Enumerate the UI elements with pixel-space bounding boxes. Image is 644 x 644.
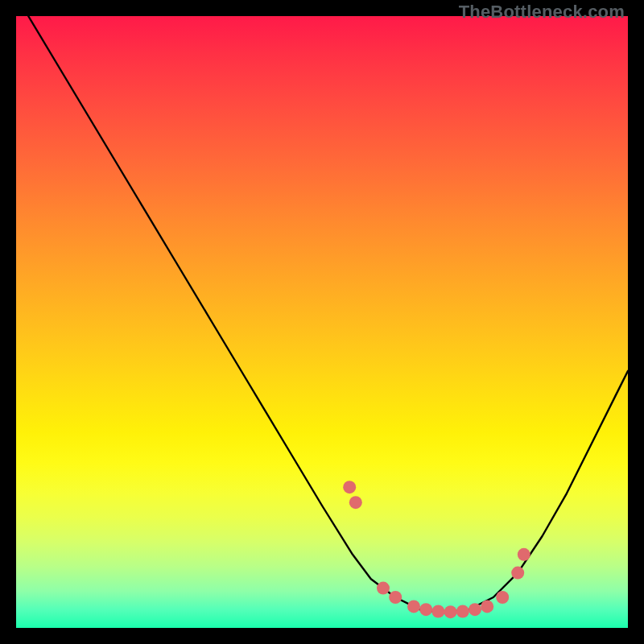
bottleneck-chart — [16, 16, 628, 628]
highlight-dot — [343, 481, 356, 493]
highlight-dot — [518, 548, 530, 561]
highlight-dot — [496, 591, 509, 604]
bottleneck-curve — [28, 16, 628, 613]
highlight-dot — [511, 567, 524, 580]
highlight-dots-group — [343, 481, 530, 618]
highlight-dot — [444, 605, 457, 618]
highlight-dot — [407, 600, 420, 613]
highlight-dot — [377, 582, 390, 595]
highlight-dot — [389, 591, 402, 604]
highlight-dot — [431, 605, 444, 618]
highlight-dot — [349, 496, 362, 509]
highlight-dot — [456, 605, 469, 618]
highlight-dot — [419, 603, 432, 616]
attribution-text: TheBottleneck.com — [459, 2, 625, 23]
chart-frame — [16, 16, 628, 628]
highlight-dot — [469, 603, 481, 616]
highlight-dot — [481, 600, 493, 613]
